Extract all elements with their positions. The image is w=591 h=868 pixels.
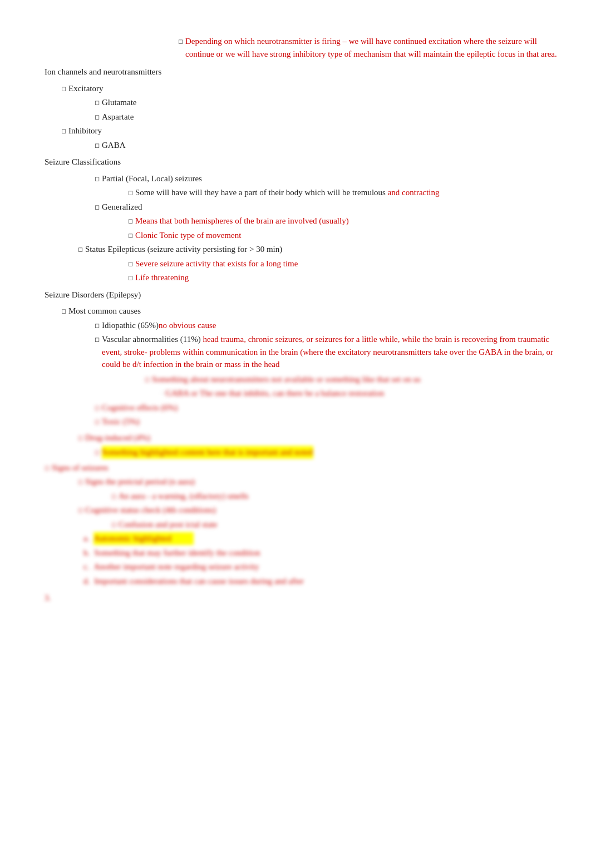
bullet-icon: ◻ [95, 403, 100, 413]
generalized-line: ◻ Generalized [45, 201, 558, 214]
bullet-icon: ◻ [45, 463, 50, 473]
bullet-icon: ◻ [78, 433, 83, 443]
blurred-cognitive-line: ◻ Cognitive effects (6%) [45, 401, 558, 414]
bullet-icon: ◻ [95, 321, 100, 330]
bullet-icon: ◻ [128, 188, 133, 197]
bullet-icon: ◻ [128, 273, 133, 282]
blurred-drug-text: Drug-induced (4%) [85, 431, 150, 444]
blurred-item-d-content: Important considerations that can cause … [94, 575, 304, 588]
blurred-item-b-content: Something that may further identify the … [94, 547, 260, 559]
signs-preictal-line: ◻ Signs the preictal period (n aura) [45, 475, 558, 488]
bullet-icon: ◻ [111, 492, 116, 501]
seizure-disorders-header: Seizure Disorders (Epilepsy) [45, 286, 558, 304]
blurred-item-c-line: c. Another important note regarding seiz… [45, 561, 558, 573]
aura-text: An aura - a warning, (olfactory) smells [119, 490, 249, 503]
status-epilepticus-line: ◻ Status Epilepticus (seizure activity p… [45, 243, 558, 256]
blurred-item-d-text: d. [83, 575, 90, 588]
opening-bullet-text: Depending on which neurotransmitter is f… [185, 35, 558, 60]
blurred-bullet1-line: ◻ Something about neurotransmitters not … [45, 373, 558, 386]
blurred-item-a-line: a. Autonomic highlighted [45, 532, 558, 545]
cognitive-status-line: ◻ Cognitive status check (4th conditions… [45, 504, 558, 517]
most-common-line: ◻ Most common causes [45, 305, 558, 318]
blurred-item-d-line: d. Important considerations that can cau… [45, 575, 558, 588]
glutamate-line: ◻ Glutamate [45, 96, 558, 109]
partial-detail-line: ◻ Some will have will they have a part o… [45, 186, 558, 199]
opening-bullet-line: ◻ Depending on which neurotransmitter is… [45, 35, 558, 60]
bullet-icon: ◻ [95, 335, 100, 344]
bullet-icon: ◻ [178, 37, 183, 46]
partial-detail-red: and contracting [388, 188, 440, 197]
blurred-drug-line: ◻ Drug-induced (4%) [45, 431, 558, 444]
bullet-icon: ◻ [128, 216, 133, 226]
bullet-icon: ◻ [128, 259, 133, 269]
severe-seizure-line: ◻ Severe seizure activity that exists fo… [45, 257, 558, 270]
bullet-icon: ◻ [95, 141, 100, 150]
inhibitory-line: ◻ Inhibitory [45, 125, 558, 137]
bullet-icon: ◻ [78, 505, 83, 515]
partial-line: ◻ Partial (Focal, Local) seizures [45, 172, 558, 185]
bullet-icon: ◻ [111, 520, 116, 529]
bullet-icon: - [161, 389, 163, 398]
blurred-toxic-line: ◻ Toxic (5%) [45, 415, 558, 428]
bullet-icon: ◻ [61, 306, 66, 316]
excitatory-line: ◻ Excitatory [45, 82, 558, 95]
blurred-item-a-text: a. [83, 532, 89, 545]
aspartate-line: ◻ Aspartate [45, 111, 558, 123]
signs-preictal-text: Signs the preictal period (n aura) [85, 475, 195, 488]
blurred-item-b-text: b. [83, 547, 90, 559]
ion-channels-header: Ion channels and neurotransmitters [45, 63, 558, 81]
cognitive-status-text: Cognitive status check (4th conditions) [85, 504, 216, 517]
confusion-line: ◻ Confusion and post ictal state [45, 518, 558, 531]
blurred-sub1-text: GABA or The one that inhibits, can there… [165, 387, 384, 400]
partial-detail-black: Some will have will they have a part of … [135, 188, 388, 197]
clonic-tonic-line: ◻ Clonic Tonic type of movement [45, 229, 558, 242]
gaba-line: ◻ GABA [45, 139, 558, 152]
generalized-detail1-line: ◻ Means that both hemispheres of the bra… [45, 215, 558, 227]
blurred-bullet1-text: Something about neurotransmitters not av… [152, 373, 421, 386]
confusion-text: Confusion and post ictal state [119, 518, 217, 531]
bullet-icon: ◻ [61, 84, 66, 93]
bullet-icon: ◻ [95, 202, 100, 212]
blurred-item-c-content: Another important note regarding seizure… [93, 561, 259, 573]
bullet-icon: ◻ [95, 448, 100, 457]
bullet-icon: ◻ [95, 417, 100, 426]
highlighted-text: Something highlighted content here that … [102, 446, 313, 459]
seizure-classifications-header: Seizure Classifications [45, 153, 558, 171]
bullet-icon: ◻ [95, 174, 100, 183]
highlighted-line: ◻ Something highlighted content here tha… [45, 446, 558, 459]
blurred-cognitive-text: Cognitive effects (6%) [102, 401, 178, 414]
life-threatening-line: ◻ Life threatening [45, 271, 558, 284]
blurred-sub1-line: - GABA or The one that inhibits, can the… [45, 387, 558, 400]
bullet-icon: ◻ [145, 375, 150, 384]
aura-line: ◻ An aura - a warning, (olfactory) smell… [45, 490, 558, 503]
blurred-toxic-text: Toxic (5%) [102, 415, 140, 428]
signs-header-line: ◻ Signs of seizures [45, 462, 558, 474]
bullet-icon: ◻ [78, 477, 83, 487]
idiopathic-red: no obvious cause [159, 321, 216, 330]
vascular-line: ◻ Vascular abnormalities (11%) head trau… [45, 333, 558, 371]
vascular-black: Vascular abnormalities (11%) [102, 335, 203, 344]
blurred-item-a-content: Autonomic highlighted [93, 532, 194, 545]
blurred-final-text: 3. [45, 592, 51, 604]
idiopathic-black: Idiopathic (65%) [102, 321, 159, 330]
bullet-icon: ◻ [61, 126, 66, 136]
blurred-final-line: 3. [45, 592, 558, 604]
blurred-item-c-text: c. [83, 561, 89, 573]
signs-header-text: Signs of seizures [52, 462, 109, 474]
blurred-item-b-line: b. Something that may further identify t… [45, 547, 558, 559]
page-content: ◻ Depending on which neurotransmitter is… [45, 35, 558, 604]
idiopathic-line: ◻ Idiopathic (65%)no obvious cause [45, 319, 558, 332]
bullet-icon: ◻ [95, 98, 100, 107]
bullet-icon: ◻ [128, 231, 133, 240]
bullet-icon: ◻ [95, 112, 100, 122]
bullet-icon: ◻ [78, 245, 83, 254]
